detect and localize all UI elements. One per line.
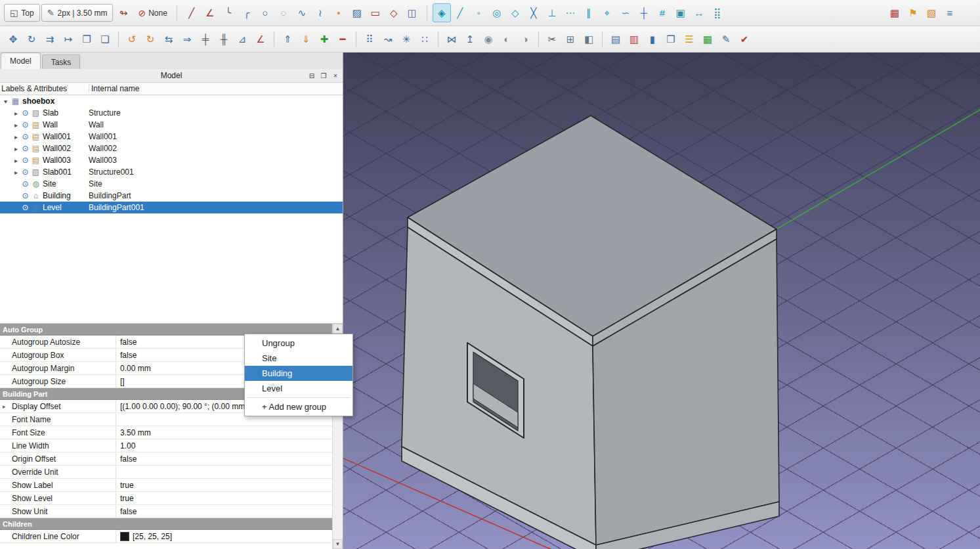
arch-section-plane-icon[interactable]: ⊞ [561, 30, 580, 49]
bim-spreadsheet-icon[interactable]: ▦ [698, 30, 717, 49]
tree-item-slab001[interactable]: ▸⊙▧Slab001Structure001 [0, 166, 343, 178]
bim-annotate-icon[interactable]: ✎ [717, 30, 735, 49]
toggle-grid-icon[interactable]: ⣿ [708, 3, 727, 22]
property-value[interactable]: true [116, 479, 332, 491]
visibility-eye-icon[interactable]: ⊙ [20, 120, 30, 129]
property-row[interactable]: Show Leveltrue [0, 492, 332, 505]
snap-lock-icon[interactable]: ◈ [433, 3, 451, 22]
draft-polar-array-icon[interactable]: ✳ [397, 30, 415, 49]
tree-item-wall001[interactable]: ▸⊙▤Wall001Wall001 [0, 131, 343, 143]
draft-downgrade-icon[interactable]: ⇓ [297, 30, 315, 49]
draft-rectangle-icon[interactable]: ▭ [366, 3, 385, 22]
draft-upgrade-icon[interactable]: ⇑ [278, 30, 297, 49]
tree-item-wall002[interactable]: ▸⊙▤Wall002Wall002 [0, 143, 343, 154]
draft-trimex-icon[interactable]: ↦ [59, 30, 77, 49]
property-group-header[interactable]: Children [0, 518, 332, 530]
draft-subelement-icon[interactable]: ↻ [141, 30, 160, 49]
snap-intersection-icon[interactable]: ╳ [524, 3, 543, 22]
property-value[interactable] [116, 466, 332, 478]
scroll-up-icon[interactable]: ▲ [333, 324, 343, 334]
bim-ifc-elements-icon[interactable]: ≡ [941, 3, 959, 22]
draft-fillet-icon[interactable]: ╰ [219, 3, 238, 22]
visibility-eye-icon[interactable]: ⊙ [20, 156, 30, 165]
snap-near-icon[interactable]: ∽ [616, 3, 635, 22]
tree-item-slab[interactable]: ▸⊙▧SlabStructure [0, 107, 343, 119]
draft-arc-icon[interactable]: ╭ [238, 3, 256, 22]
expander-icon[interactable]: ▸ [12, 121, 20, 129]
property-row[interactable]: Origin Offsetfalse [0, 452, 332, 466]
draft-point-icon[interactable]: • [330, 3, 348, 22]
tab-model[interactable]: Model [1, 53, 41, 69]
bim-ifc-doc-icon[interactable]: ▤ [607, 30, 625, 49]
scroll-down-icon[interactable]: ▼ [333, 539, 343, 549]
menu-item-site[interactable]: Site [245, 351, 352, 366]
draft-move-icon[interactable]: ✥ [4, 30, 22, 49]
property-value[interactable]: 1.00 [116, 439, 332, 452]
snap-perpendicular-icon[interactable]: ⊥ [543, 3, 561, 22]
snap-ortho-icon[interactable]: ┼ [635, 3, 653, 22]
tree-item-wall[interactable]: ▸⊙▤WallWall [0, 119, 343, 131]
property-row[interactable]: Show Unitfalse [0, 505, 332, 518]
visibility-eye-icon[interactable]: ⊙ [20, 144, 30, 153]
snap-parallel-icon[interactable]: ∥ [580, 3, 598, 22]
bim-layers-icon[interactable]: ▧ [922, 3, 941, 22]
draft-circle-icon[interactable]: ○ [256, 3, 274, 22]
draft-point-array-icon[interactable]: ∷ [415, 30, 434, 49]
tab-tasks[interactable]: Tasks [42, 55, 81, 69]
tree-item-building[interactable]: ⊙⌂BuildingBuildingPart [0, 190, 343, 202]
draft-rotate-icon[interactable]: ↻ [22, 30, 41, 49]
tree-item-site[interactable]: ⊙◍SiteSite [0, 178, 343, 190]
snap-angle-icon[interactable]: ◇ [506, 3, 524, 22]
expander-icon[interactable]: ▸ [12, 133, 20, 141]
expander-icon[interactable]: ▸ [12, 157, 20, 164]
arch-extrude-icon[interactable]: ↥ [461, 30, 479, 49]
draft-shapes-icon[interactable]: ◫ [403, 3, 421, 22]
expander-icon[interactable]: ▸ [12, 110, 20, 117]
property-value[interactable]: false [116, 505, 332, 517]
property-value[interactable]: 3.50 mm [116, 426, 332, 439]
draft-polygon-icon[interactable]: ◇ [385, 3, 403, 22]
draft-ellipse-icon[interactable]: ◌ [274, 3, 293, 22]
column-labels-attributes[interactable]: Labels & Attributes [0, 84, 89, 93]
property-value[interactable]: false [116, 452, 332, 465]
arch-common-icon[interactable]: ◑ [516, 30, 534, 49]
visibility-eye-icon[interactable]: ⊙ [20, 179, 30, 188]
3d-viewport[interactable] [343, 53, 980, 549]
construction-mode-icon[interactable]: ↬ [114, 3, 133, 22]
arch-mirror-icon[interactable]: ⋈ [442, 30, 461, 49]
tree-item-wall003[interactable]: ▸⊙▤Wall003Wall003 [0, 154, 343, 166]
property-row[interactable]: Font Size3.50 mm [0, 426, 332, 439]
draft-path-array-icon[interactable]: ↝ [379, 30, 397, 49]
expander-icon[interactable]: ▾ [1, 98, 10, 105]
draft-scale-icon[interactable]: ⊿ [233, 30, 251, 49]
bim-material-icon[interactable]: ⚑ [904, 3, 922, 22]
snap-extension-icon[interactable]: ⋯ [561, 3, 580, 22]
dock-close-icon[interactable]: × [331, 71, 340, 80]
property-row[interactable]: Show Labeltrue [0, 479, 332, 492]
draft-facebinder-icon[interactable]: ▨ [348, 3, 366, 22]
draft-edit-icon[interactable]: ↺ [123, 30, 141, 49]
view-direction-button[interactable]: ◱ Top [4, 4, 40, 22]
dock-float-icon[interactable]: ❐ [319, 71, 328, 80]
building-cube[interactable] [402, 116, 779, 549]
visibility-eye-icon[interactable]: ⊙ [20, 167, 30, 177]
menu-item-building[interactable]: Building [245, 366, 352, 381]
visibility-eye-icon[interactable]: ⊙ [20, 191, 30, 200]
arch-cut-plane-icon[interactable]: ✂ [543, 30, 561, 49]
property-row[interactable]: Line Width1.00 [0, 439, 332, 452]
menu-item-ungroup[interactable]: Ungroup [245, 336, 352, 351]
autogroup-button[interactable]: ⊘ None [134, 4, 171, 22]
visibility-eye-icon[interactable]: ⊙ [20, 203, 30, 212]
draft-offset-icon[interactable]: ⇉ [41, 30, 59, 49]
draft-add-point-icon[interactable]: ✚ [315, 30, 333, 49]
expander-icon[interactable]: ▸ [12, 169, 20, 176]
menu-item-add-new-group[interactable]: + Add new group [245, 399, 352, 414]
shape-2d-view-icon[interactable]: ◧ [580, 30, 598, 49]
property-value[interactable]: true [116, 492, 332, 504]
draft-stretch-icon[interactable]: ⇒ [178, 30, 196, 49]
property-row[interactable]: Children Line Color[25, 25, 25] [0, 530, 332, 543]
draft-slope-icon[interactable]: ∠ [251, 30, 270, 49]
bim-views-manager-icon[interactable]: ❒ [662, 30, 680, 49]
snap-endpoint-icon[interactable]: ╱ [451, 3, 469, 22]
bim-report-icon[interactable]: ▥ [625, 30, 643, 49]
